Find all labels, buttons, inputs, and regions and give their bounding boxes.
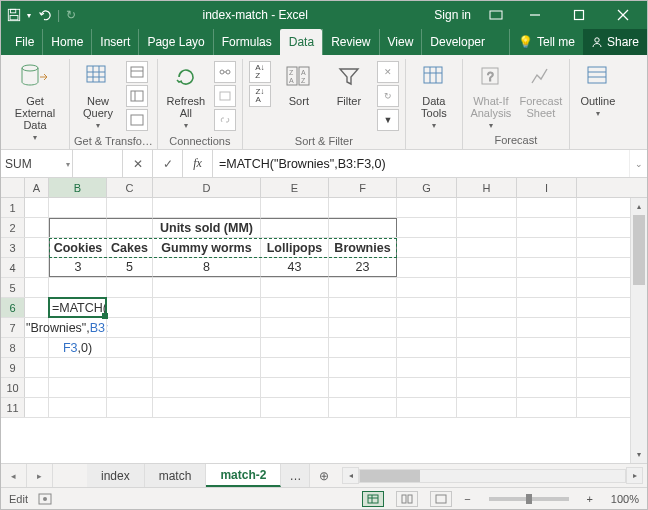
chevron-down-icon[interactable]: ▾ [66,159,70,168]
qat-dropdown-icon[interactable]: ▾ [27,11,31,20]
col-header-E[interactable]: E [261,178,329,197]
row-header-1[interactable]: 1 [1,198,25,217]
show-queries-button[interactable] [126,61,148,83]
vscroll-thumb[interactable] [633,215,645,285]
zoom-slider[interactable] [489,497,569,501]
tab-file[interactable]: File [1,29,42,55]
sheet-nav-next[interactable]: ▸ [27,464,53,487]
fx-button[interactable]: fx [183,150,213,177]
cell-B4[interactable]: 3 [49,258,107,277]
share-button[interactable]: Share [583,29,647,55]
maximize-button[interactable] [559,1,599,29]
page-break-view-button[interactable] [430,491,452,507]
connections-button[interactable] [214,61,236,83]
page-layout-view-button[interactable] [396,491,418,507]
col-header-D[interactable]: D [153,178,261,197]
col-header-A[interactable]: A [25,178,49,197]
advanced-button[interactable]: ▼ [377,109,399,131]
refresh-all-button[interactable]: Refresh All ▾ [162,59,210,132]
enter-formula-button[interactable]: ✓ [153,150,183,177]
tab-page-layout[interactable]: Page Layo [138,29,212,55]
data-tools-button[interactable]: Data Tools ▾ [410,59,458,132]
cell-B8[interactable]: F3,0) [49,338,107,357]
row-header-4[interactable]: 4 [1,258,25,277]
col-header-I[interactable]: I [517,178,577,197]
cell-D4[interactable]: 8 [153,258,261,277]
row-header-7[interactable]: 7 [1,318,25,337]
row-header-10[interactable]: 10 [1,378,25,397]
cell-A7[interactable]: "Brownies",B3: [25,318,49,337]
filter-button[interactable]: Filter [325,59,373,109]
worksheet-grid[interactable]: A B C D E F G H I 1 2 Units sold (MM) 3 [1,178,647,463]
sign-in-link[interactable]: Sign in [428,8,477,22]
sheet-tab-match[interactable]: match [145,464,207,487]
tab-review[interactable]: Review [322,29,378,55]
cell-B6[interactable]: =MATCH( [49,298,107,317]
tell-me[interactable]: 💡 Tell me [509,29,583,55]
get-external-data-button[interactable]: Get External Data ▾ [5,59,65,144]
cell-E3[interactable]: Lollipops [261,238,329,257]
scroll-up-button[interactable]: ▴ [631,198,647,215]
col-header-B[interactable]: B [49,178,107,197]
row-header-5[interactable]: 5 [1,278,25,297]
horizontal-scrollbar[interactable] [359,469,626,483]
col-header-G[interactable]: G [397,178,457,197]
sort-button[interactable]: ZAAZ Sort [275,59,323,109]
redo-icon[interactable]: ↻ [66,8,76,22]
sheet-tab-match-2[interactable]: match-2 [206,464,281,487]
zoom-out-button[interactable]: − [462,493,472,505]
zoom-in-button[interactable]: + [585,493,595,505]
row-header-6[interactable]: 6 [1,298,25,317]
col-header-F[interactable]: F [329,178,397,197]
row-header-9[interactable]: 9 [1,358,25,377]
outline-button[interactable]: Outline ▾ [574,59,622,120]
new-sheet-button[interactable]: ⊕ [310,464,338,487]
from-table-button[interactable] [126,85,148,107]
undo-icon[interactable] [37,8,51,22]
name-box[interactable]: SUM ▾ [1,150,73,177]
sort-desc-button[interactable]: Z↓A [249,85,271,107]
close-button[interactable] [603,1,643,29]
what-if-button[interactable]: ? What-If Analysis ▾ [467,59,515,132]
row-header-11[interactable]: 11 [1,398,25,417]
col-header-H[interactable]: H [457,178,517,197]
cell-B3[interactable]: Cookies [49,238,107,257]
cell-F3[interactable]: Brownies [329,238,397,257]
hscroll-right-button[interactable]: ▸ [626,467,643,484]
ribbon-options-icon[interactable] [481,10,511,20]
new-query-button[interactable]: New Query ▾ [74,59,122,132]
cell-D2[interactable]: Units sold (MM) [153,218,261,237]
sheet-tab-more[interactable]: … [281,464,310,487]
hscroll-thumb[interactable] [360,470,420,482]
tab-formulas[interactable]: Formulas [213,29,280,55]
cell-D3[interactable]: Gummy worms [153,238,261,257]
cell-C4[interactable]: 5 [107,258,153,277]
row-header-2[interactable]: 2 [1,218,25,237]
macro-record-icon[interactable] [38,493,52,505]
minimize-button[interactable] [515,1,555,29]
expand-formula-bar[interactable]: ⌄ [629,150,647,177]
forecast-sheet-button[interactable]: Forecast Sheet [517,59,565,121]
recent-sources-button[interactable] [126,109,148,131]
tab-insert[interactable]: Insert [91,29,138,55]
scroll-down-button[interactable]: ▾ [631,446,647,463]
cell-C3[interactable]: Cakes [107,238,153,257]
normal-view-button[interactable] [362,491,384,507]
tab-data[interactable]: Data [280,29,322,55]
cell-F4[interactable]: 23 [329,258,397,277]
save-icon[interactable] [7,8,21,22]
vertical-scrollbar[interactable]: ▴ ▾ [630,198,647,463]
cell-E4[interactable]: 43 [261,258,329,277]
zoom-level[interactable]: 100% [605,493,639,505]
tab-view[interactable]: View [379,29,422,55]
sort-asc-button[interactable]: A↓Z [249,61,271,83]
select-all-corner[interactable] [1,178,25,197]
tab-home[interactable]: Home [42,29,91,55]
col-header-C[interactable]: C [107,178,153,197]
hscroll-left-button[interactable]: ◂ [342,467,359,484]
row-header-3[interactable]: 3 [1,238,25,257]
tab-developer[interactable]: Developer [421,29,493,55]
formula-input[interactable]: =MATCH("Brownies",B3:F3,0) [213,150,629,177]
cancel-formula-button[interactable]: ✕ [123,150,153,177]
sheet-tab-index[interactable]: index [87,464,145,487]
